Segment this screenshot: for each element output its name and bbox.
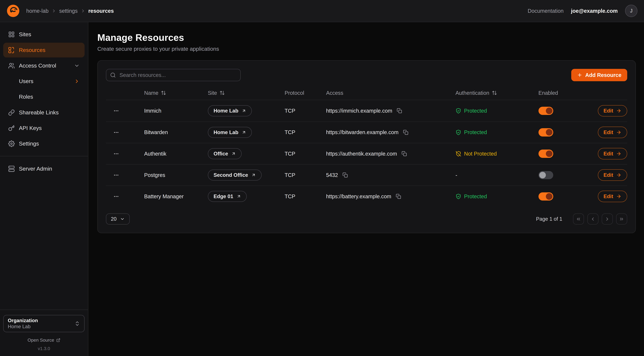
sort-icon[interactable] bbox=[492, 90, 497, 96]
resource-name: Authentik bbox=[144, 151, 208, 157]
shield-off-icon bbox=[456, 151, 461, 157]
column-header-site[interactable]: Site bbox=[208, 90, 284, 96]
enabled-toggle[interactable] bbox=[538, 107, 553, 115]
sidebar-item-users[interactable]: Users bbox=[3, 74, 84, 89]
user-email[interactable]: joe@example.com bbox=[571, 8, 618, 14]
organization-selector[interactable]: Organization Home Lab bbox=[3, 315, 84, 332]
protocol-value: TCP bbox=[284, 108, 326, 114]
access-url: https://immich.example.com bbox=[326, 108, 392, 114]
chevrons-right-icon bbox=[619, 216, 624, 222]
site-link-button[interactable]: Edge 01 bbox=[208, 191, 247, 202]
authentication-label: Not Protected bbox=[464, 151, 497, 157]
site-link-button[interactable]: Home Lab bbox=[208, 105, 252, 116]
sidebar-item-sites[interactable]: Sites bbox=[3, 27, 84, 42]
column-header-name[interactable]: Name bbox=[144, 90, 208, 96]
site-link-button[interactable]: Office bbox=[208, 148, 242, 159]
site-link-button[interactable]: Second Office bbox=[208, 170, 262, 181]
search-input[interactable] bbox=[106, 69, 240, 81]
column-header-protocol: Protocol bbox=[284, 90, 326, 96]
ellipsis-icon bbox=[113, 108, 119, 114]
copy-icon bbox=[397, 108, 402, 114]
first-page-button[interactable] bbox=[573, 214, 584, 224]
chevron-down-icon bbox=[74, 63, 80, 68]
copy-button[interactable] bbox=[401, 150, 408, 157]
sort-icon[interactable] bbox=[220, 90, 225, 96]
page-size-select[interactable]: 20 bbox=[106, 214, 130, 224]
arrow-up-right-icon bbox=[251, 173, 256, 177]
sidebar-item-server-admin[interactable]: Server Admin bbox=[3, 161, 84, 176]
toggle-knob bbox=[539, 172, 546, 178]
column-header-label: Protocol bbox=[284, 90, 304, 96]
site-name: Office bbox=[214, 151, 228, 157]
site-link-button[interactable]: Home Lab bbox=[208, 127, 252, 138]
resources-toolbar: Add Resource bbox=[106, 69, 627, 81]
copy-icon bbox=[402, 151, 407, 156]
edit-button[interactable]: Edit bbox=[598, 126, 627, 138]
toggle-knob bbox=[546, 193, 552, 200]
copy-button[interactable] bbox=[402, 129, 409, 136]
enabled-toggle[interactable] bbox=[538, 128, 553, 136]
sidebar-item-settings[interactable]: Settings bbox=[3, 136, 84, 151]
sidebar-item-roles[interactable]: Roles bbox=[3, 90, 84, 104]
row-menu-button[interactable] bbox=[111, 170, 122, 180]
last-page-button[interactable] bbox=[616, 214, 627, 224]
sidebar: Sites Resources Access Control Users Rol… bbox=[0, 22, 88, 356]
toggle-knob bbox=[546, 150, 552, 157]
column-header-label: Enabled bbox=[538, 90, 558, 96]
search-wrap bbox=[106, 69, 240, 81]
ellipsis-icon bbox=[113, 130, 119, 135]
documentation-link[interactable]: Documentation bbox=[528, 8, 564, 14]
shell: Sites Resources Access Control Users Rol… bbox=[0, 22, 644, 356]
edit-button[interactable]: Edit bbox=[598, 105, 627, 117]
column-header-authentication[interactable]: Authentication bbox=[456, 90, 538, 96]
row-menu-button[interactable] bbox=[111, 106, 122, 115]
edit-button[interactable]: Edit bbox=[598, 190, 627, 202]
external-link-icon bbox=[56, 338, 60, 342]
sidebar-item-label: Resources bbox=[19, 47, 46, 53]
open-source-link[interactable]: Open Source bbox=[3, 338, 84, 343]
add-resource-button[interactable]: Add Resource bbox=[571, 69, 627, 81]
row-menu-button[interactable] bbox=[111, 192, 122, 201]
enabled-toggle[interactable] bbox=[538, 150, 553, 158]
sort-icon[interactable] bbox=[161, 90, 166, 96]
copy-icon bbox=[342, 172, 348, 178]
protocol-value: TCP bbox=[284, 172, 326, 178]
avatar[interactable]: J bbox=[625, 5, 638, 17]
organization-texts: Organization Home Lab bbox=[8, 318, 71, 330]
breadcrumb-item-settings[interactable]: settings bbox=[59, 8, 78, 14]
grid-icon bbox=[8, 31, 15, 38]
sidebar-item-shareable-links[interactable]: Shareable Links bbox=[3, 105, 84, 120]
arrow-right-icon bbox=[616, 130, 622, 135]
authentication-status: Not Protected bbox=[456, 151, 538, 157]
arrow-right-icon bbox=[616, 151, 622, 156]
copy-button[interactable] bbox=[395, 193, 402, 200]
column-header-label: Site bbox=[208, 90, 217, 96]
site-name: Home Lab bbox=[214, 130, 238, 135]
sidebar-item-resources[interactable]: Resources bbox=[3, 43, 84, 58]
row-menu-button[interactable] bbox=[111, 149, 122, 158]
next-page-button[interactable] bbox=[602, 214, 613, 224]
topbar: home-lab settings resources Documentatio… bbox=[0, 0, 644, 22]
sidebar-item-label: Access Control bbox=[19, 62, 56, 69]
breadcrumb-item-home-lab[interactable]: home-lab bbox=[26, 8, 48, 14]
pangolin-logo-icon bbox=[6, 4, 20, 18]
copy-button[interactable] bbox=[396, 107, 403, 114]
arrow-right-icon bbox=[616, 194, 622, 199]
enabled-toggle[interactable] bbox=[538, 171, 553, 179]
add-resource-label: Add Resource bbox=[585, 72, 622, 78]
table-row: Battery Manager Edge 01 TCP https://batt… bbox=[106, 186, 627, 207]
gear-icon bbox=[8, 140, 15, 147]
sidebar-item-label: Settings bbox=[19, 140, 39, 147]
table-row: Immich Home Lab TCP https://immich.examp… bbox=[106, 100, 627, 122]
sidebar-footer: Organization Home Lab Open Source v1.3.0 bbox=[3, 310, 84, 356]
sidebar-item-api-keys[interactable]: API Keys bbox=[3, 121, 84, 136]
edit-button[interactable]: Edit bbox=[598, 169, 627, 181]
previous-page-button[interactable] bbox=[587, 214, 598, 224]
copy-button[interactable] bbox=[342, 172, 349, 178]
sidebar-item-access-control[interactable]: Access Control bbox=[3, 58, 84, 73]
open-source-label: Open Source bbox=[28, 338, 54, 343]
enabled-toggle[interactable] bbox=[538, 192, 553, 200]
row-menu-button[interactable] bbox=[111, 128, 122, 137]
edit-button[interactable]: Edit bbox=[598, 148, 627, 160]
app-logo[interactable] bbox=[6, 4, 20, 18]
